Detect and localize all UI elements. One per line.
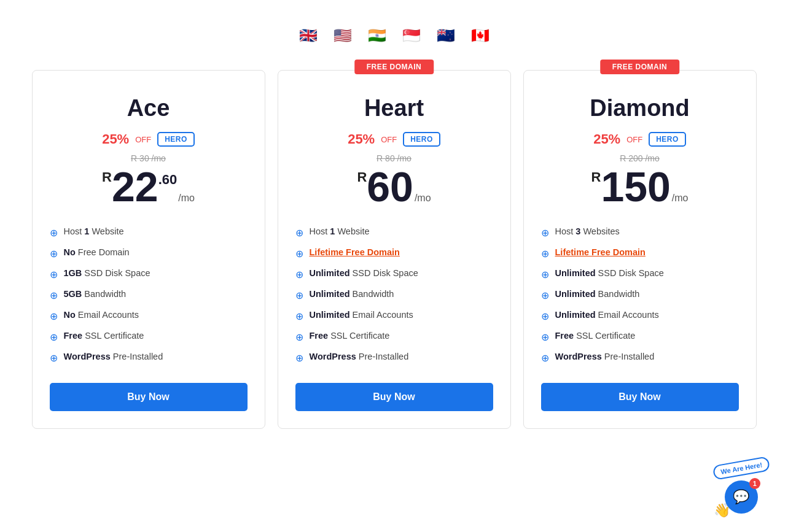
feature-text-ace-5: Free SSL Certificate	[64, 331, 144, 341]
discount-off-heart: OFF	[381, 135, 397, 144]
discount-pct-ace: 25%	[102, 131, 129, 147]
feature-item-diamond-1: ⊕ Lifetime Free Domain	[541, 243, 739, 264]
original-price-heart: R 80 /mo	[295, 153, 493, 163]
features-list-ace: ⊕ Host 1 Website ⊕ No Free Domain ⊕ 1GB …	[50, 222, 248, 368]
feature-item-ace-0: ⊕ Host 1 Website	[50, 222, 248, 243]
buy-button-heart[interactable]: Buy Now	[295, 383, 493, 411]
price-period-ace: /mo	[178, 193, 195, 203]
feature-text-heart-4: Unlimited Email Accounts	[310, 310, 413, 320]
feature-item-heart-0: ⊕ Host 1 Website	[295, 222, 493, 243]
feature-bold-ace-4: No	[64, 310, 76, 320]
feature-icon-ace-1: ⊕	[50, 248, 58, 260]
buy-button-ace[interactable]: Buy Now	[50, 383, 248, 411]
feature-bold-heart-2: Unlimited	[310, 268, 350, 278]
feature-bold-heart-6: WordPress	[310, 352, 356, 361]
feature-item-ace-1: ⊕ No Free Domain	[50, 243, 248, 264]
feature-text-heart-1: Lifetime Free Domain	[310, 247, 400, 257]
buy-button-diamond[interactable]: Buy Now	[541, 383, 739, 411]
price-row-heart: R60/mo	[295, 166, 493, 207]
feature-item-heart-5: ⊕ Free SSL Certificate	[295, 326, 493, 347]
original-price-ace: R 30 /mo	[50, 153, 248, 163]
feature-icon-heart-1: ⊕	[295, 248, 303, 260]
server-locations-section: 🇬🇧🇺🇸🇮🇳🇸🇬🇳🇿🇨🇦	[12, 26, 776, 45]
feature-icon-ace-6: ⊕	[50, 352, 58, 364]
feature-icon-ace-5: ⊕	[50, 331, 58, 343]
feature-bold-ace-2: 1GB	[64, 268, 82, 278]
feature-item-diamond-5: ⊕ Free SSL Certificate	[541, 326, 739, 347]
feature-item-heart-2: ⊕ Unlimited SSD Disk Space	[295, 264, 493, 285]
plan-card-diamond: FREE DOMAIN Diamond 25% OFF HERO R 200 /…	[523, 70, 757, 429]
original-price-diamond: R 200 /mo	[541, 153, 739, 163]
feature-text-diamond-6: WordPress Pre-Installed	[555, 352, 655, 361]
feature-text-ace-2: 1GB SSD Disk Space	[64, 268, 150, 278]
feature-item-ace-4: ⊕ No Email Accounts	[50, 306, 248, 326]
flags-container: 🇬🇧🇺🇸🇮🇳🇸🇬🇳🇿🇨🇦	[12, 26, 776, 45]
feature-bold-diamond-2: Unlimited	[555, 268, 596, 278]
feature-text-ace-6: WordPress Pre-Installed	[64, 352, 163, 361]
canada-flag: 🇨🇦	[466, 26, 495, 45]
price-row-diamond: R150/mo	[541, 166, 739, 207]
feature-link-heart-1[interactable]: Lifetime Free Domain	[310, 247, 400, 257]
currency-symbol-heart: R	[357, 171, 367, 184]
feature-bold-diamond-5: Free	[555, 331, 574, 341]
feature-bold-ace-3: 5GB	[64, 289, 82, 299]
feature-item-diamond-3: ⊕ Unlimited Bandwidth	[541, 285, 739, 306]
us-flag: 🇺🇸	[328, 26, 357, 45]
feature-item-diamond-6: ⊕ WordPress Pre-Installed	[541, 347, 739, 368]
feature-item-ace-2: ⊕ 1GB SSD Disk Space	[50, 264, 248, 285]
feature-item-heart-6: ⊕ WordPress Pre-Installed	[295, 347, 493, 368]
feature-bold-diamond-0: 3	[575, 226, 580, 236]
feature-bold-ace-0: 1	[84, 226, 89, 236]
free-domain-badge-heart: FREE DOMAIN	[354, 60, 434, 74]
feature-bold-diamond-6: WordPress	[555, 352, 602, 361]
newzealand-flag: 🇳🇿	[431, 26, 461, 45]
feature-item-ace-3: ⊕ 5GB Bandwidth	[50, 285, 248, 306]
feature-bold-heart-3: Unlimited	[310, 289, 350, 299]
feature-text-diamond-3: Unlimited Bandwidth	[555, 289, 640, 299]
feature-link-diamond-1[interactable]: Lifetime Free Domain	[555, 247, 646, 257]
feature-text-heart-5: Free SSL Certificate	[310, 331, 390, 341]
feature-text-diamond-5: Free SSL Certificate	[555, 331, 636, 341]
plan-name-diamond: Diamond	[541, 95, 739, 121]
price-main-ace: 22	[112, 166, 158, 207]
singapore-flag: 🇸🇬	[397, 26, 426, 45]
discount-off-ace: OFF	[135, 135, 151, 144]
price-main-diamond: 150	[601, 166, 670, 207]
hero-badge-heart: HERO	[403, 132, 440, 147]
feature-item-heart-1: ⊕ Lifetime Free Domain	[295, 243, 493, 264]
feature-icon-diamond-1: ⊕	[541, 248, 549, 260]
features-list-diamond: ⊕ Host 3 Websites ⊕ Lifetime Free Domain…	[541, 222, 739, 368]
feature-text-diamond-0: Host 3 Websites	[555, 226, 620, 236]
feature-icon-ace-0: ⊕	[50, 227, 58, 239]
uk-flag: 🇬🇧	[294, 26, 323, 45]
hero-badge-ace: HERO	[157, 132, 195, 147]
feature-icon-diamond-4: ⊕	[541, 310, 549, 322]
discount-pct-heart: 25%	[348, 131, 375, 147]
feature-icon-diamond-2: ⊕	[541, 269, 549, 280]
feature-bold-diamond-4: Unlimited	[555, 310, 596, 320]
feature-item-heart-3: ⊕ Unlimited Bandwidth	[295, 285, 493, 306]
plan-name-heart: Heart	[295, 95, 493, 121]
feature-icon-diamond-5: ⊕	[541, 331, 549, 343]
india-flag: 🇮🇳	[362, 26, 392, 45]
discount-row-heart: 25% OFF HERO	[295, 131, 493, 147]
feature-icon-diamond-3: ⊕	[541, 290, 549, 301]
feature-item-heart-4: ⊕ Unlimited Email Accounts	[295, 306, 493, 326]
features-list-heart: ⊕ Host 1 Website ⊕ Lifetime Free Domain …	[295, 222, 493, 368]
feature-bold-ace-5: Free	[64, 331, 83, 341]
feature-text-heart-3: Unlimited Bandwidth	[310, 289, 394, 299]
feature-icon-ace-3: ⊕	[50, 290, 58, 301]
feature-text-ace-4: No Email Accounts	[64, 310, 139, 320]
feature-icon-heart-3: ⊕	[295, 290, 303, 301]
feature-icon-diamond-0: ⊕	[541, 227, 549, 239]
feature-text-diamond-2: Unlimited SSD Disk Space	[555, 268, 664, 278]
feature-icon-heart-0: ⊕	[295, 227, 303, 239]
discount-row-diamond: 25% OFF HERO	[541, 131, 739, 147]
discount-row-ace: 25% OFF HERO	[50, 131, 248, 147]
feature-item-diamond-2: ⊕ Unlimited SSD Disk Space	[541, 264, 739, 285]
feature-text-ace-0: Host 1 Website	[64, 226, 124, 236]
feature-item-diamond-0: ⊕ Host 3 Websites	[541, 222, 739, 243]
feature-icon-heart-6: ⊕	[295, 352, 303, 364]
plan-card-heart: FREE DOMAIN Heart 25% OFF HERO R 80 /mo …	[278, 70, 511, 429]
feature-item-ace-6: ⊕ WordPress Pre-Installed	[50, 347, 248, 368]
